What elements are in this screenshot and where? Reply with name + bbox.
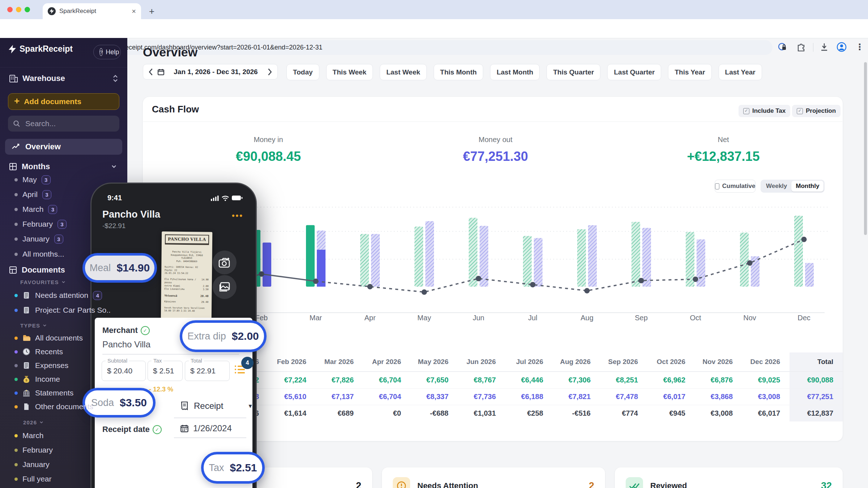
browser-tab[interactable]: SparkReceipt × <box>43 3 141 19</box>
projection-toggle[interactable]: ✓ Projection <box>792 105 841 117</box>
profile-avatar-icon[interactable] <box>835 41 848 53</box>
tab-favicon <box>48 7 56 15</box>
filter-this-year[interactable]: This Year <box>668 64 711 80</box>
filter-last-week[interactable]: Last Week <box>380 64 427 80</box>
scrollbar-thumb[interactable] <box>864 62 867 235</box>
tab-close-icon[interactable]: × <box>132 7 136 16</box>
sidebar-fav-0[interactable]: Needs attention4 <box>14 290 123 301</box>
sidebar-month-may[interactable]: May3 <box>14 174 123 185</box>
sidebar-type-statements[interactable]: Statements <box>14 388 123 398</box>
sidebar-fav-1[interactable]: Project: Car Parts So.. <box>14 305 123 316</box>
phone-menu-dots[interactable]: ••• <box>232 211 243 221</box>
window-close-button[interactable] <box>7 7 13 12</box>
table-cell: €774 <box>600 405 647 421</box>
needs-attention-value: 2 <box>589 480 594 488</box>
new-tab-button[interactable]: + <box>149 6 154 17</box>
help-button[interactable]: ? Help <box>93 45 121 59</box>
page-title: Overview <box>143 45 197 59</box>
receipt-date-field[interactable]: 1/26/2024 <box>180 423 232 433</box>
search-input[interactable] <box>25 119 106 128</box>
filter-this-quarter[interactable]: This Quarter <box>546 64 600 80</box>
app-name: SparkReceipt <box>20 44 73 54</box>
favourites-label[interactable]: FAVOURITES <box>20 279 66 285</box>
sidebar-year-january[interactable]: January <box>14 459 123 470</box>
stat-card-needs-attention[interactable]: Needs Attention 2 <box>382 467 605 488</box>
stat-card-reviewed[interactable]: Reviewed 32 <box>615 467 843 488</box>
filter-this-month[interactable]: This Month <box>434 64 483 80</box>
cumulative-toggle[interactable]: ✓ Cumulative <box>715 180 756 193</box>
building-icon <box>9 74 18 83</box>
sidebar-type-all-documents[interactable]: All documents <box>14 333 123 343</box>
chevron-right-icon[interactable] <box>267 68 273 76</box>
svg-text:Oct: Oct <box>690 314 701 322</box>
signal-icon <box>211 195 219 201</box>
receipt-photo[interactable]: PANCHO VILLAPancho Villa YlöjärviKauppak… <box>161 231 213 318</box>
item-dot <box>14 237 18 241</box>
year-label[interactable]: 2026 <box>23 419 44 425</box>
table-cell: -€516 <box>553 405 600 421</box>
window-zoom-button[interactable] <box>25 7 30 12</box>
table-cell: €3,868 <box>695 389 742 405</box>
chevron-down-icon <box>42 323 47 328</box>
total-field[interactable]: Total $ 22.91 <box>185 361 230 381</box>
stat-card-1[interactable]: 2 <box>252 467 372 488</box>
sidebar-month-march[interactable]: March3 <box>14 204 123 215</box>
double-check-icon <box>626 477 643 488</box>
add-documents-button[interactable]: + Add documents <box>8 93 119 110</box>
monthly-option[interactable]: Monthly <box>791 181 824 192</box>
browser-menu-icon[interactable]: ⋮ <box>854 41 866 53</box>
filter-today[interactable]: Today <box>286 64 319 80</box>
sidebar-item-label: Overview <box>25 142 61 151</box>
date-range-picker[interactable]: Jan 1, 2026 - Dec 31, 2026 <box>143 64 278 80</box>
money-icon: $ <box>22 375 30 383</box>
window-minimize-button[interactable] <box>16 7 21 12</box>
sidebar-type-income[interactable]: $Income <box>14 374 123 385</box>
sidebar-year-february[interactable]: February <box>14 445 123 455</box>
field-divider <box>174 437 246 438</box>
doc-icon <box>22 361 30 369</box>
sidebar-type-expenses[interactable]: Expenses <box>14 360 123 371</box>
sidebar-section-months[interactable]: Months <box>9 162 117 171</box>
sidebar-search[interactable] <box>8 116 119 132</box>
extensions-puzzle-icon[interactable] <box>795 41 807 53</box>
table-cell: €8,767 <box>458 372 505 388</box>
include-tax-toggle[interactable]: ✓ Include Tax <box>739 105 790 117</box>
sidebar-type-recents[interactable]: Recents <box>14 346 123 357</box>
net-summary: Net +€12,837.15 <box>615 136 832 164</box>
tab-title: SparkReceipt <box>59 8 128 15</box>
chevron-down-icon <box>111 163 117 170</box>
filter-last-year[interactable]: Last Year <box>719 64 762 80</box>
money-in-value: €90,088.45 <box>160 149 377 164</box>
filter-last-month[interactable]: Last Month <box>490 64 540 80</box>
download-icon[interactable] <box>818 41 830 53</box>
gallery-button[interactable] <box>213 275 237 299</box>
filter-last-quarter[interactable]: Last Quarter <box>607 64 661 80</box>
svg-text:Apr: Apr <box>364 314 375 322</box>
sidebar-month-january[interactable]: January3 <box>14 234 123 244</box>
chart-line-icon <box>12 142 20 151</box>
doc-icon <box>22 306 30 314</box>
screen: SparkReceipt × + ← → https://app.sparkre… <box>0 0 868 488</box>
document-type-select[interactable]: Receipt ▾ <box>180 401 252 411</box>
sidebar-item-overview[interactable]: Overview <box>5 139 122 155</box>
sidebar-month-february[interactable]: February3 <box>14 219 123 230</box>
filter-this-week[interactable]: This Week <box>326 64 373 80</box>
item-dot <box>14 309 18 312</box>
weekly-option[interactable]: Weekly <box>762 181 791 192</box>
sidebar-year-full-year[interactable]: Full year <box>14 474 123 484</box>
workspace-switcher[interactable]: Warehouse <box>9 74 119 83</box>
camera-button[interactable] <box>213 251 237 274</box>
types-label[interactable]: TYPES <box>20 322 47 329</box>
sidebar-all-months[interactable]: All months... <box>14 249 123 260</box>
chevron-left-icon[interactable] <box>148 68 154 76</box>
item-dot <box>14 294 18 297</box>
needs-attention-label: Needs Attention <box>417 481 582 488</box>
sidebar-year-march[interactable]: March <box>14 430 123 441</box>
table-cell: €9,025 <box>742 372 790 388</box>
privacy-extension-icon[interactable] <box>776 41 788 53</box>
sidebar-month-april[interactable]: April3 <box>14 189 123 200</box>
sidebar-type-other-documents[interactable]: Other documents <box>14 401 123 412</box>
column-header: Jun 2026 <box>458 352 505 371</box>
table-cell: €258 <box>505 405 553 421</box>
tax-field[interactable]: Tax $ 2.51 <box>148 361 183 381</box>
